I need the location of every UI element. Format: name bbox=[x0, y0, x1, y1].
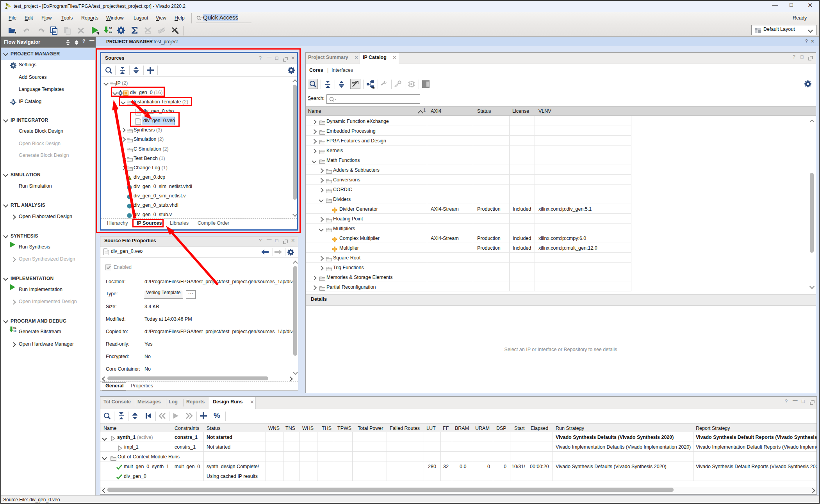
svg-text:01: 01 bbox=[13, 327, 16, 329]
svg-text:10: 10 bbox=[109, 30, 112, 34]
svg-text:10: 10 bbox=[13, 330, 16, 332]
svg-text:01: 01 bbox=[109, 27, 112, 30]
